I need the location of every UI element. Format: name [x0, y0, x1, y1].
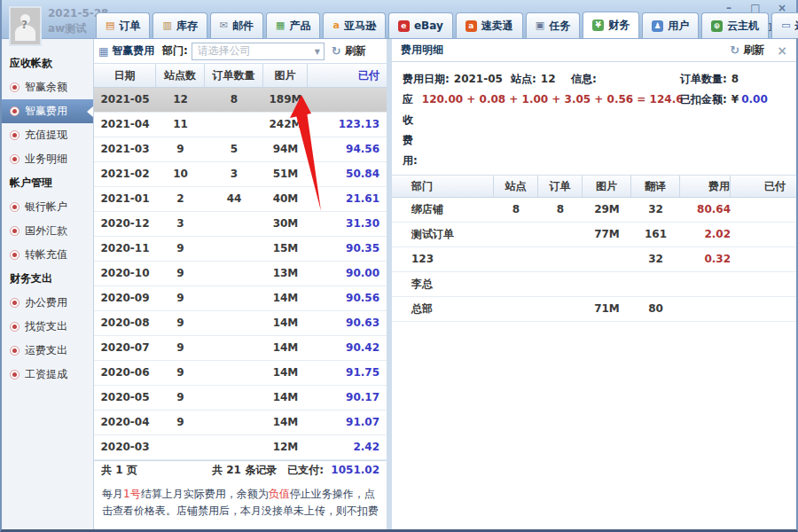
sidebar-item-label: 转帐充值: [25, 247, 67, 262]
deducted-label: 已扣金额:: [680, 90, 727, 171]
cell: 12M: [263, 435, 308, 459]
table-row[interactable]: 李总: [392, 272, 796, 297]
table-row[interactable]: 总部71M80: [392, 297, 796, 322]
column-header[interactable]: 日期: [94, 64, 156, 87]
table-row[interactable]: 2020-08914M90.63: [94, 311, 387, 336]
column-header[interactable]: 图片: [263, 64, 308, 87]
column-header[interactable]: 已付: [731, 176, 796, 197]
tab-finance[interactable]: ¥财务: [583, 12, 639, 38]
table-row[interactable]: 绑店铺8829M3280.64: [392, 198, 796, 223]
left-table-body: 2021-05128189M2021-0411242M123.132021-03…: [94, 88, 387, 460]
table-row[interactable]: 2020-05914M90.17: [94, 386, 387, 411]
cell: 9: [156, 137, 205, 161]
table-row[interactable]: 2020-12330M31.30: [94, 212, 387, 237]
fee-summary-toolbar: ▦ 智赢费用 部门: 请选择公司 ▼ ↻ 刷新: [94, 39, 387, 64]
sidebar-item-office-expense[interactable]: 办公费用: [2, 291, 93, 315]
cell: 9: [156, 336, 205, 360]
tab-orders[interactable]: ▤订单: [96, 12, 150, 38]
department-label: 部门:: [162, 43, 188, 59]
column-header[interactable]: 费用: [680, 176, 731, 197]
tab-tasks[interactable]: ▣任务: [526, 12, 580, 38]
column-header[interactable]: 订单数量: [205, 64, 263, 87]
column-header[interactable]: 订单: [538, 176, 583, 197]
cell: 77M: [583, 223, 631, 246]
bullet-icon: [10, 226, 20, 236]
cell: 2020-06: [94, 361, 156, 385]
order-icon: ▤: [106, 20, 114, 31]
sidebar-item-sourcing-expense[interactable]: 找货支出: [2, 315, 93, 339]
tab-users[interactable]: ♟用户: [642, 12, 699, 38]
table-row[interactable]: 2020-0312M2.42: [94, 435, 387, 460]
sidebar-item-foreign-remittance[interactable]: 国外汇款: [2, 219, 93, 243]
site-value: 12: [541, 69, 556, 90]
cell: [538, 223, 583, 246]
tab-mail[interactable]: ✉邮件: [210, 12, 263, 38]
column-header[interactable]: 站点数: [156, 64, 205, 87]
right-table-body: 绑店铺8829M3280.64测试订单77M1612.02123320.32李总…: [392, 198, 796, 322]
column-header[interactable]: 站点: [494, 176, 538, 197]
cell: 80.64: [680, 198, 731, 222]
cell: [494, 297, 538, 321]
sidebar-item-label: 找货支出: [25, 319, 67, 334]
column-header[interactable]: 翻译: [631, 176, 680, 197]
tab-ebay[interactable]: eeBay: [388, 12, 453, 38]
bullet-icon: [10, 370, 20, 379]
cell: 9: [156, 237, 205, 261]
sidebar-item-zhiying-balance[interactable]: 智赢余额: [2, 75, 93, 99]
table-row[interactable]: 2020-10913M90.00: [94, 262, 387, 286]
table-row[interactable]: 2021-039594M94.56: [94, 137, 387, 162]
table-row[interactable]: 2021-0210351M50.84: [94, 162, 387, 187]
title-bar: – □ × 协同号: J6106 2021-5-28 aw测试 ▤订单▥库存✉邮…: [2, 0, 796, 39]
tab-remote[interactable]: ▭远程: [771, 12, 798, 38]
column-header[interactable]: 已付: [308, 64, 387, 87]
sidebar-item-shipping-expense[interactable]: 运费支出: [2, 339, 93, 363]
sidebar-item-zhiying-fee[interactable]: 智赢费用: [2, 99, 93, 123]
table-row[interactable]: 测试订单77M1612.02: [392, 223, 796, 247]
table-row[interactable]: 2020-06914M91.75: [94, 361, 387, 386]
detail-refresh-button[interactable]: ↻ 刷新: [730, 43, 764, 58]
ebay-icon: e: [398, 20, 410, 32]
amazon-icon: a: [332, 20, 339, 31]
table-row[interactable]: 2021-0411242M123.13: [94, 113, 387, 137]
company-select[interactable]: 请选择公司 ▼: [192, 43, 325, 60]
cell: 0.32: [680, 247, 731, 271]
cell: 2021-01: [94, 187, 156, 211]
cell: 94M: [263, 137, 308, 161]
table-row[interactable]: 2020-04914M91.07: [94, 411, 387, 435]
sidebar-item-transfer-recharge[interactable]: 转帐充值: [2, 243, 93, 267]
table-row[interactable]: 2021-05128189M: [94, 88, 387, 113]
cell: 14M: [263, 311, 308, 335]
tab-bar: ▤订单▥库存✉邮件▦产品a亚马逊eeBaya速卖通▣任务¥财务♟用户⊕云主机▭远…: [96, 12, 798, 38]
cell: 91.07: [308, 411, 387, 434]
table-row[interactable]: 2020-09914M90.56: [94, 286, 387, 311]
fee-detail-info: 费用日期: 2021-05 站点: 12 信息: 订单数量: 8: [392, 62, 796, 175]
refresh-button[interactable]: ↻ 刷新: [332, 43, 366, 59]
cell: 91.75: [308, 361, 387, 385]
sidebar-item-business-detail[interactable]: 业务明细: [2, 147, 93, 171]
table-row[interactable]: 2020-11915M90.35: [94, 237, 387, 262]
tab-products[interactable]: ▦产品: [266, 12, 320, 38]
bullet-icon: [10, 250, 20, 260]
table-row[interactable]: 2020-07914M90.42: [94, 336, 387, 361]
note-text: 结算上月实际费用，余额为: [141, 488, 269, 500]
tab-aliexpress[interactable]: a速卖通: [456, 12, 523, 38]
table-row[interactable]: 123320.32: [392, 247, 796, 272]
cell: 90.00: [308, 262, 387, 286]
sidebar-item-salary-commission[interactable]: 工资提成: [2, 363, 93, 387]
sidebar-item-recharge-withdraw[interactable]: 充值提现: [2, 123, 93, 147]
tab-cloud[interactable]: ⊕云主机: [701, 12, 769, 38]
right-table-header: 部门站点订单图片翻译费用已付: [392, 175, 796, 198]
table-row[interactable]: 2021-0124440M21.61: [94, 187, 387, 212]
tab-label: 任务: [549, 19, 570, 34]
chevron-down-icon: ▼: [315, 48, 320, 56]
tab-inventory[interactable]: ▥库存: [153, 12, 207, 38]
column-header[interactable]: 部门: [392, 176, 494, 197]
sidebar-item-bank-account[interactable]: 银行帐户: [2, 195, 93, 219]
panel-close-icon[interactable]: ×: [777, 43, 787, 58]
tab-amazon[interactable]: a亚马逊: [323, 12, 385, 38]
tab-label: 订单: [119, 19, 140, 34]
avatar[interactable]: ?: [9, 6, 42, 46]
cell: 90.42: [308, 336, 387, 360]
cell: 40M: [263, 187, 308, 211]
column-header[interactable]: 图片: [583, 176, 631, 197]
